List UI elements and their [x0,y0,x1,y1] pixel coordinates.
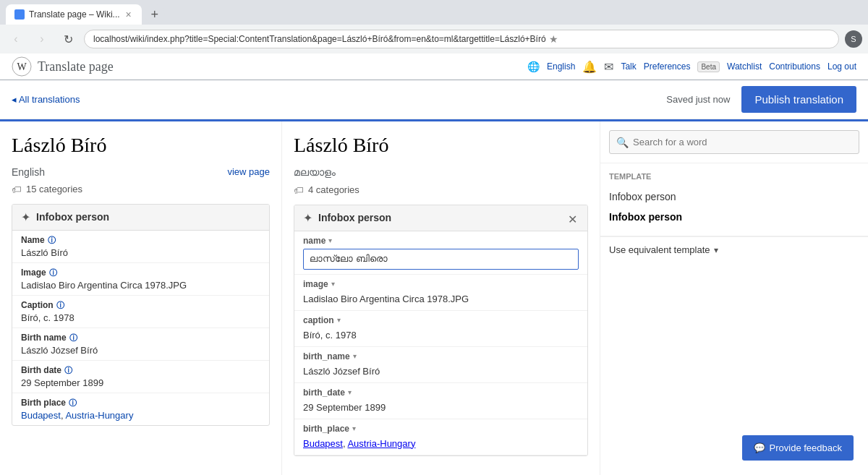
publish-button[interactable]: Publish translation [741,86,856,113]
target-field-birth-place: birth_place ▾ Budapest, Austria-Hungary [294,419,587,455]
watchlist-link[interactable]: Watchlist [727,61,762,72]
template-section-label: Template [609,172,859,181]
wiki-site-title: Translate page [38,59,114,74]
template-result-1[interactable]: Infobox person [609,187,859,207]
target-field-name-label: name [303,236,326,246]
target-infobox-title: Infobox person [318,212,391,223]
source-field-birth-place-label: Birth place [21,398,66,408]
provide-feedback-button[interactable]: 💬 Provide feedback [742,435,854,461]
active-tab[interactable]: Translate page – Wiki... × [6,4,142,25]
categories-icon: 🏷 [12,184,22,195]
target-infobox-puzzle-icon: ✦ [303,211,312,225]
svg-text:W: W [17,61,27,72]
infobox-close-button[interactable]: ✕ [563,211,582,228]
field-birth-date-chevron: ▾ [348,388,352,396]
target-birth-place-link2[interactable]: Austria-Hungary [347,438,415,449]
field-caption-chevron: ▾ [337,316,341,324]
talk-link[interactable]: Talk [621,61,636,72]
url-bar[interactable]: localhost/wiki/index.php?title=Special:C… [84,30,839,48]
forward-button[interactable]: › [32,29,52,49]
all-translations-link[interactable]: ◂ All translations [12,94,80,105]
source-field-birth-place: Birth place ⓘ Budapest, Austria-Hungary [12,393,269,425]
target-categories-icon: 🏷 [294,184,304,196]
source-field-birth-date-help: ⓘ [64,365,72,376]
source-infobox: ✦ Infobox person Name ⓘ László Bíró Imag… [12,204,270,426]
source-field-caption-label: Caption [21,300,54,310]
template-results-section: Template Infobox person Infobox person [600,163,868,236]
target-lang-label: മലയാളം [294,166,588,179]
field-name-chevron: ▾ [328,236,332,244]
source-field-birth-date: Birth date ⓘ 29 September 1899 [12,361,269,393]
field-birth-place-chevron: ▾ [352,424,356,432]
tab-favicon [14,9,25,20]
source-lang-label: English [12,166,45,178]
target-field-birth-date-value: 29 September 1899 [303,401,579,414]
source-field-caption-value: Bíró, c. 1978 [21,312,260,323]
target-article-title: László Bíró [294,133,588,158]
new-tab-button[interactable]: + [145,4,165,25]
target-infobox-header: ✦ Infobox person [294,205,587,231]
use-equivalent-template-button[interactable]: Use equivalent template ▾ [600,236,868,262]
target-field-image: image ▾ Ladislao Biro Argentina Circa 19… [294,275,587,311]
source-field-birth-date-value: 29 September 1899 [21,377,260,388]
source-infobox-title: Infobox person [36,211,109,223]
target-birth-place-link1[interactable]: Budapest [303,438,343,449]
globe-icon: 🌐 [527,61,540,72]
english-lang-link[interactable]: English [547,61,575,72]
dictionary-panel: 🔍 Template Infobox person Infobox person… [600,121,868,475]
source-field-birth-name-help: ⓘ [69,333,77,343]
search-icon: 🔍 [616,137,629,148]
target-field-caption: caption ▾ Bíró, c. 1978 [294,311,587,347]
source-field-birth-date-label: Birth date [21,365,61,375]
tab-close-button[interactable]: × [124,9,133,20]
view-page-link[interactable]: view page [227,166,270,177]
source-lang-row: English view page [12,166,270,178]
target-categories: 🏷 4 categories [294,184,588,196]
target-categories-count: 4 categories [308,184,359,195]
source-field-birth-name-value: László József Bíró [21,345,260,356]
beta-badge: Beta [697,61,720,72]
target-field-birth-name-value: László József Bíró [303,364,579,378]
source-field-birth-name-label: Birth name [21,333,67,343]
target-field-birth-name-label: birth_name [303,351,350,361]
source-field-image-label: Image [21,268,46,278]
target-field-name-input[interactable] [303,249,579,270]
infobox-puzzle-icon: ✦ [21,210,30,224]
source-field-name: Name ⓘ László Bíró [12,231,269,263]
template-result-2[interactable]: Infobox person [609,207,859,227]
reload-button[interactable]: ↻ [58,29,78,49]
source-field-name-help: ⓘ [48,235,56,246]
browser-address-bar-row: ‹ › ↻ localhost/wiki/index.php?title=Spe… [0,25,868,54]
source-birth-place-link1[interactable]: Budapest [21,410,61,421]
target-panel: László Bíró മലയാളം 🏷 4 categories ✕ ✦ In… [282,121,600,475]
use-template-chevron-icon: ▾ [714,245,718,255]
dictionary-search-input[interactable] [609,130,859,154]
source-field-caption: Caption ⓘ Bíró, c. 1978 [12,296,269,328]
feedback-label: Provide feedback [770,442,842,453]
log-out-link[interactable]: Log out [827,61,856,72]
notification-icon[interactable]: 🔔 [582,60,597,74]
wiki-header: W Translate page 🌐 English 🔔 ✉ Talk Pref… [0,54,868,80]
bookmark-icon[interactable]: ★ [549,33,558,45]
source-field-image-value: Ladislao Biro Argentina Circa 1978.JPG [21,280,260,291]
source-field-birth-place-help: ⓘ [69,398,77,408]
contributions-link[interactable]: Contributions [769,61,820,72]
target-field-caption-label: caption [303,315,334,325]
top-toolbar: ◂ All translations Saved just now Publis… [0,80,868,119]
user-initial: S [851,35,856,43]
message-icon[interactable]: ✉ [604,60,613,74]
main-content: László Bíró English view page 🏷 15 categ… [0,121,868,475]
target-field-image-label: image [303,279,328,289]
feedback-icon: 💬 [754,442,765,453]
source-categories: 🏷 15 categories [12,184,270,195]
url-text: localhost/wiki/index.php?title=Special:C… [93,34,546,44]
source-field-name-value: László Bíró [21,247,260,258]
back-button[interactable]: ‹ [6,29,26,49]
preferences-link[interactable]: Preferences [644,61,691,72]
wiki-logo: W [12,56,32,77]
user-avatar[interactable]: S [845,30,862,48]
search-wrapper: 🔍 [609,130,859,154]
source-infobox-header: ✦ Infobox person [12,205,269,231]
source-birth-place-link2[interactable]: Austria-Hungary [65,410,133,421]
target-infobox: ✕ ✦ Infobox person name ▾ image ▾ Ladisl [294,205,588,456]
